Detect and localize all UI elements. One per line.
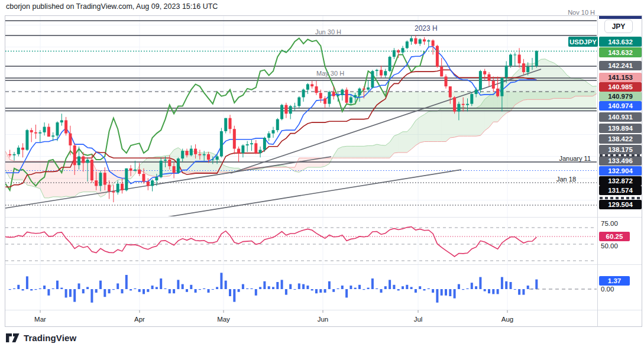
tradingview-logo-icon bbox=[6, 333, 20, 342]
chart-annotation: May 30 H bbox=[316, 70, 344, 77]
price-level-badge: 140.931 bbox=[599, 112, 642, 122]
symbol-label-badge: USDJPY bbox=[568, 37, 598, 47]
price-level-badge: 129.504 bbox=[599, 200, 642, 209]
price-level-badge: 142.241 bbox=[599, 61, 642, 70]
tradingview-attribution[interactable]: TradingView bbox=[6, 333, 76, 343]
time-axis-month-label: Jul bbox=[414, 316, 423, 323]
last-price-badge: 143.632 bbox=[599, 47, 642, 57]
rsi-value-badge: 60.25 bbox=[599, 232, 630, 241]
price-level-badge: 141.153 bbox=[599, 73, 642, 82]
tradingview-wordmark: TradingView bbox=[24, 333, 76, 343]
rsi-upper-guide-label: 75.00 bbox=[601, 220, 618, 227]
clipped-annotation: Nov 10 H bbox=[554, 9, 595, 15]
price-level-badge: 139.894 bbox=[599, 124, 642, 133]
chart-annotation: Nov 10 H bbox=[554, 9, 595, 15]
price-level-badge: 133.496 bbox=[599, 156, 642, 166]
price-level-badge: 140.974 bbox=[599, 101, 642, 111]
price-level-badge: 140.979 bbox=[599, 92, 642, 101]
price-level-badge: 132.904 bbox=[599, 166, 642, 176]
chart-annotation: Jan 18 bbox=[556, 176, 576, 183]
compressed-badges-strip bbox=[600, 154, 641, 157]
time-axis-month-label: Aug bbox=[501, 316, 513, 323]
currency-unit-label: JPY bbox=[612, 22, 626, 31]
price-level-badge: 138.175 bbox=[599, 145, 642, 154]
price-level-badge: 131.574 bbox=[599, 186, 642, 195]
currency-unit-button[interactable]: JPY bbox=[604, 20, 633, 33]
chart-annotation: January 11 bbox=[559, 155, 591, 162]
histogram-value-badge: 1.37 bbox=[599, 276, 630, 286]
rsi-mid-guide-label: 50.00 bbox=[601, 242, 618, 249]
symbol-price-text: 143.632 bbox=[608, 38, 633, 46]
rsi-value-text: 60.25 bbox=[606, 233, 623, 240]
clipped-axis-badge bbox=[599, 16, 642, 19]
price-level-badge: 140.985 bbox=[599, 82, 642, 92]
symbol-price-badge: 143.632 bbox=[599, 37, 642, 47]
time-axis-month-label: May bbox=[217, 316, 230, 323]
chart-annotation: 2023 H bbox=[415, 24, 438, 33]
time-axis-month-label: Mar bbox=[34, 316, 46, 323]
price-chart-canvas[interactable] bbox=[0, 0, 644, 350]
compressed-badges-strip bbox=[600, 197, 641, 199]
time-axis-month-label: Jun bbox=[318, 316, 329, 323]
histogram-value-text: 1.37 bbox=[608, 277, 621, 284]
price-level-badge: 132.872 bbox=[599, 176, 642, 186]
last-price-text: 143.632 bbox=[608, 49, 633, 56]
histogram-zero-label: 0.00 bbox=[601, 286, 614, 293]
symbol-label-text: USDJPY bbox=[569, 38, 597, 46]
price-level-badge: 138.422 bbox=[599, 134, 642, 144]
chart-annotation: Jun 30 H bbox=[315, 28, 341, 35]
time-axis-month-label: Apr bbox=[134, 316, 145, 323]
